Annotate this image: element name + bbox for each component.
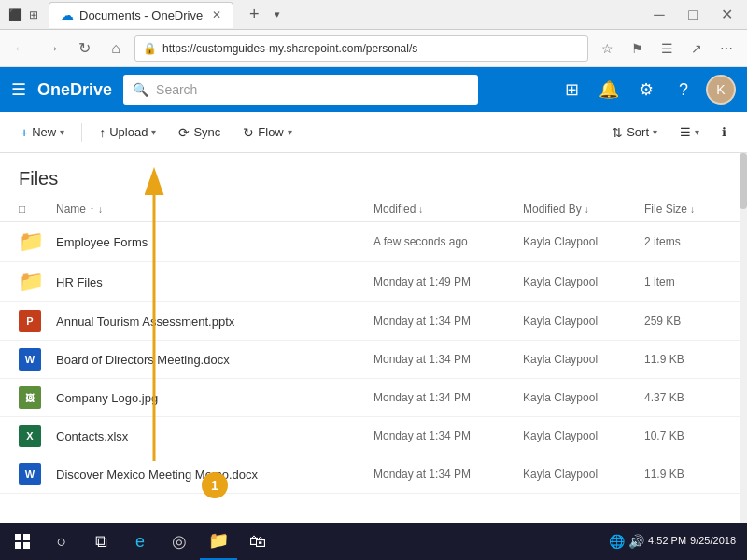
tab-title: Documents - OneDrive bbox=[79, 8, 203, 22]
tab-list-dropdown[interactable]: ▾ bbox=[275, 8, 280, 21]
modified-column-header[interactable]: Modified ↓ bbox=[374, 203, 523, 216]
row-checkbox[interactable]: 📁 bbox=[19, 230, 56, 254]
taskbar-search-button[interactable]: ○ bbox=[43, 523, 80, 560]
new-tab-button[interactable]: + bbox=[241, 2, 267, 28]
address-bar[interactable]: 🔒 https://customguides-my.sharepoint.com… bbox=[134, 35, 588, 62]
row-checkbox[interactable]: 🖼 bbox=[19, 386, 56, 409]
browser-titlebar: ⬛ ⊞ ☁ Documents - OneDrive ✕ + ▾ ─ □ ✕ bbox=[0, 0, 747, 30]
notifications-icon[interactable]: 🔔 bbox=[594, 75, 624, 105]
files-title: Files bbox=[0, 153, 747, 197]
list-item[interactable]: P Annual Tourism Assessment.pptx Monday … bbox=[0, 302, 747, 341]
file-type-icon-wrapper: 🖼 bbox=[19, 386, 56, 409]
row-checkbox[interactable]: P bbox=[19, 310, 56, 332]
modified-by-column-label: Modified By bbox=[523, 203, 582, 216]
row-checkbox[interactable]: X bbox=[19, 425, 56, 447]
search-placeholder: Search bbox=[156, 82, 469, 97]
home-button[interactable]: ⌂ bbox=[103, 35, 129, 62]
forward-button[interactable]: → bbox=[39, 35, 65, 62]
file-modified-by: Kayla Claypool bbox=[523, 275, 644, 288]
info-button[interactable]: ℹ bbox=[712, 119, 736, 145]
file-modified-date: Monday at 1:34 PM bbox=[374, 429, 523, 442]
checkbox-col: □ bbox=[19, 203, 56, 216]
view-toggle-button[interactable]: ☰ ▾ bbox=[670, 119, 709, 145]
list-item[interactable]: 📁 Employee Forms A few seconds ago Kayla… bbox=[0, 222, 747, 262]
file-modified-by: Kayla Claypool bbox=[523, 391, 644, 404]
sort-button[interactable]: ⇅ Sort ▾ bbox=[602, 119, 667, 146]
list-item[interactable]: W Discover Mexico Meeting Memo.docx Mond… bbox=[0, 455, 747, 494]
flow-button[interactable]: ↻ Flow ▾ bbox=[233, 119, 301, 146]
flow-chevron-icon: ▾ bbox=[288, 127, 292, 137]
file-modified-by: Kayla Claypool bbox=[523, 353, 644, 366]
upload-button[interactable]: ↑ Upload ▾ bbox=[90, 119, 165, 146]
xlsx-file-icon: X bbox=[19, 425, 41, 447]
tab-cloud-icon: ☁ bbox=[61, 7, 74, 22]
browser-tab[interactable]: ☁ Documents - OneDrive ✕ bbox=[49, 2, 233, 28]
row-checkbox[interactable]: W bbox=[19, 348, 56, 371]
settings-icon[interactable]: ⚙ bbox=[631, 75, 661, 105]
upload-label: Upload bbox=[109, 125, 148, 139]
jpg-file-icon: 🖼 bbox=[19, 386, 41, 409]
search-box[interactable]: 🔍 Search bbox=[123, 75, 478, 105]
file-modified-date: Monday at 1:34 PM bbox=[374, 315, 523, 328]
hamburger-menu-button[interactable]: ☰ bbox=[11, 79, 26, 100]
file-modified-by: Kayla Claypool bbox=[523, 315, 644, 328]
taskbar-task-view[interactable]: ⧉ bbox=[82, 523, 120, 560]
lock-icon: 🔒 bbox=[143, 42, 157, 55]
back-button[interactable]: ← bbox=[7, 35, 34, 62]
file-browser: Files □ Name ↑ ↓ Modified ↓ Modified By … bbox=[0, 153, 747, 523]
volume-icon[interactable]: 🔊 bbox=[628, 534, 644, 549]
new-button[interactable]: + New ▾ bbox=[11, 119, 74, 146]
user-avatar[interactable]: K bbox=[706, 75, 736, 105]
taskbar-edge-icon[interactable]: e bbox=[121, 523, 159, 560]
hub-icon[interactable]: ☰ bbox=[654, 35, 680, 62]
start-button[interactable] bbox=[4, 523, 41, 560]
modified-by-column-header[interactable]: Modified By ↓ bbox=[523, 203, 644, 216]
favorites-icon[interactable]: ☆ bbox=[594, 35, 620, 62]
refresh-button[interactable]: ↻ bbox=[71, 35, 97, 62]
share-icon[interactable]: ↗ bbox=[684, 35, 710, 62]
file-size: 4.37 KB bbox=[644, 391, 728, 404]
flow-label: Flow bbox=[258, 125, 283, 139]
file-size-column-header[interactable]: File Size ↓ bbox=[644, 203, 728, 216]
flow-icon: ↻ bbox=[243, 125, 254, 140]
view-chevron-icon: ▾ bbox=[695, 127, 699, 137]
taskbar-explorer-icon[interactable]: 📁 bbox=[200, 523, 237, 560]
sort-chevron-icon: ▾ bbox=[653, 127, 657, 137]
tab-icons: ⬛ ⊞ bbox=[7, 7, 41, 22]
row-checkbox[interactable]: W bbox=[19, 463, 56, 485]
close-button[interactable]: ✕ bbox=[713, 2, 740, 28]
taskbar-store-icon[interactable]: 🛍 bbox=[239, 523, 276, 560]
new-chevron-icon: ▾ bbox=[60, 127, 64, 137]
nav-icons: ☆ ⚑ ☰ ↗ ⋯ bbox=[594, 35, 740, 62]
list-item[interactable]: 📁 HR Files Monday at 1:49 PM Kayla Clayp… bbox=[0, 262, 747, 302]
file-modified-by: Kayla Claypool bbox=[523, 429, 644, 442]
pptx-file-icon: P bbox=[19, 310, 41, 332]
maximize-button[interactable]: □ bbox=[680, 2, 706, 28]
file-modified-date: Monday at 1:34 PM bbox=[374, 468, 523, 481]
file-name: HR Files bbox=[56, 275, 374, 289]
tab-close-btn[interactable]: ✕ bbox=[212, 8, 221, 21]
upload-chevron-icon: ▾ bbox=[151, 127, 156, 137]
file-modified-by: Kayla Claypool bbox=[523, 468, 644, 481]
list-item[interactable]: 🖼 Company Logo.jpg Monday at 1:34 PM Kay… bbox=[0, 379, 747, 417]
collections-icon[interactable]: ⚑ bbox=[624, 35, 650, 62]
row-checkbox[interactable]: 📁 bbox=[19, 270, 56, 294]
file-type-icon-wrapper: 📁 bbox=[19, 230, 56, 254]
list-item[interactable]: W Board of Directors Meeting.docx Monday… bbox=[0, 341, 747, 379]
name-column-header[interactable]: Name ↑ ↓ bbox=[56, 203, 374, 216]
taskbar: ○ ⧉ e ◎ 📁 🛍 🌐 🔊 4:52 PM 9/25/2018 bbox=[0, 523, 747, 560]
taskbar-date: 9/25/2018 bbox=[690, 535, 736, 547]
apps-icon[interactable]: ⊞ bbox=[557, 75, 586, 105]
scrollbar-thumb[interactable] bbox=[740, 153, 747, 209]
help-icon[interactable]: ? bbox=[669, 75, 698, 105]
more-icon[interactable]: ⋯ bbox=[713, 35, 740, 62]
network-icon[interactable]: 🌐 bbox=[609, 534, 625, 549]
sync-button[interactable]: ⟳ Sync bbox=[169, 119, 230, 146]
toolbar: + New ▾ ↑ Upload ▾ ⟳ Sync ↻ Flow ▾ ⇅ Sor… bbox=[0, 112, 747, 153]
scrollbar-track[interactable] bbox=[740, 153, 747, 523]
list-item[interactable]: X Contacts.xlsx Monday at 1:34 PM Kayla … bbox=[0, 417, 747, 455]
file-modified-date: Monday at 1:34 PM bbox=[374, 353, 523, 366]
main-content-wrapper: Files □ Name ↑ ↓ Modified ↓ Modified By … bbox=[0, 153, 747, 523]
taskbar-cortana-icon[interactable]: ◎ bbox=[161, 523, 198, 560]
minimize-button[interactable]: ─ bbox=[646, 2, 672, 28]
